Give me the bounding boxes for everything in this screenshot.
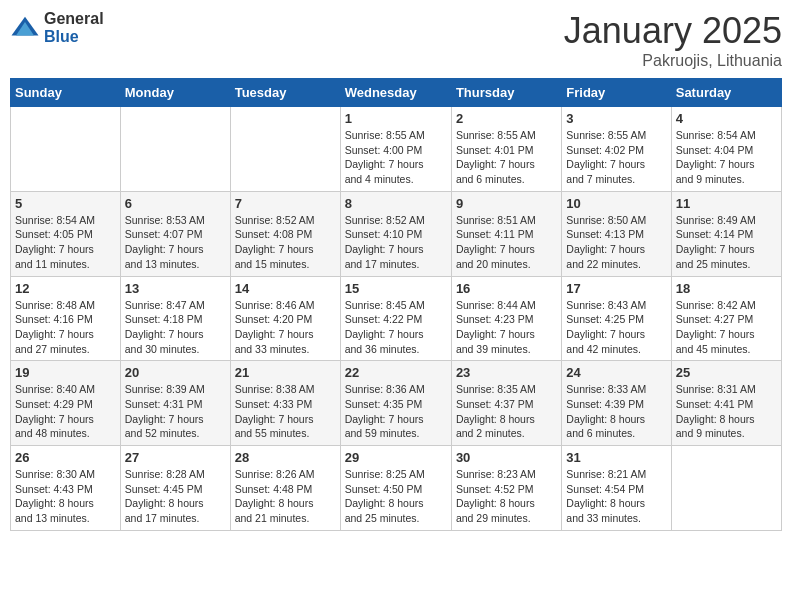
calendar-cell (671, 446, 781, 531)
week-row-2: 5Sunrise: 8:54 AM Sunset: 4:05 PM Daylig… (11, 191, 782, 276)
calendar-cell: 7Sunrise: 8:52 AM Sunset: 4:08 PM Daylig… (230, 191, 340, 276)
calendar-cell: 18Sunrise: 8:42 AM Sunset: 4:27 PM Dayli… (671, 276, 781, 361)
day-info: Sunrise: 8:48 AM Sunset: 4:16 PM Dayligh… (15, 298, 116, 357)
calendar-cell: 21Sunrise: 8:38 AM Sunset: 4:33 PM Dayli… (230, 361, 340, 446)
day-number: 2 (456, 111, 557, 126)
day-header-monday: Monday (120, 79, 230, 107)
day-header-thursday: Thursday (451, 79, 561, 107)
day-info: Sunrise: 8:52 AM Sunset: 4:08 PM Dayligh… (235, 213, 336, 272)
day-number: 25 (676, 365, 777, 380)
day-number: 26 (15, 450, 116, 465)
week-row-5: 26Sunrise: 8:30 AM Sunset: 4:43 PM Dayli… (11, 446, 782, 531)
calendar-cell (11, 107, 121, 192)
calendar-cell: 4Sunrise: 8:54 AM Sunset: 4:04 PM Daylig… (671, 107, 781, 192)
day-header-friday: Friday (562, 79, 671, 107)
day-number: 16 (456, 281, 557, 296)
location-subtitle: Pakruojis, Lithuania (564, 52, 782, 70)
day-number: 24 (566, 365, 666, 380)
day-number: 12 (15, 281, 116, 296)
day-info: Sunrise: 8:42 AM Sunset: 4:27 PM Dayligh… (676, 298, 777, 357)
day-info: Sunrise: 8:36 AM Sunset: 4:35 PM Dayligh… (345, 382, 447, 441)
calendar-cell: 17Sunrise: 8:43 AM Sunset: 4:25 PM Dayli… (562, 276, 671, 361)
page-header: General Blue January 2025 Pakruojis, Lit… (10, 10, 782, 70)
logo-blue-text: Blue (44, 28, 104, 46)
day-info: Sunrise: 8:38 AM Sunset: 4:33 PM Dayligh… (235, 382, 336, 441)
day-info: Sunrise: 8:54 AM Sunset: 4:04 PM Dayligh… (676, 128, 777, 187)
day-info: Sunrise: 8:46 AM Sunset: 4:20 PM Dayligh… (235, 298, 336, 357)
calendar-cell: 29Sunrise: 8:25 AM Sunset: 4:50 PM Dayli… (340, 446, 451, 531)
calendar-cell: 23Sunrise: 8:35 AM Sunset: 4:37 PM Dayli… (451, 361, 561, 446)
day-number: 28 (235, 450, 336, 465)
day-number: 21 (235, 365, 336, 380)
day-number: 14 (235, 281, 336, 296)
day-info: Sunrise: 8:43 AM Sunset: 4:25 PM Dayligh… (566, 298, 666, 357)
day-number: 30 (456, 450, 557, 465)
day-info: Sunrise: 8:55 AM Sunset: 4:01 PM Dayligh… (456, 128, 557, 187)
calendar-header-row: SundayMondayTuesdayWednesdayThursdayFrid… (11, 79, 782, 107)
calendar-cell: 30Sunrise: 8:23 AM Sunset: 4:52 PM Dayli… (451, 446, 561, 531)
day-info: Sunrise: 8:23 AM Sunset: 4:52 PM Dayligh… (456, 467, 557, 526)
logo-icon (10, 13, 40, 43)
day-info: Sunrise: 8:35 AM Sunset: 4:37 PM Dayligh… (456, 382, 557, 441)
day-info: Sunrise: 8:21 AM Sunset: 4:54 PM Dayligh… (566, 467, 666, 526)
calendar-cell: 13Sunrise: 8:47 AM Sunset: 4:18 PM Dayli… (120, 276, 230, 361)
day-info: Sunrise: 8:45 AM Sunset: 4:22 PM Dayligh… (345, 298, 447, 357)
day-info: Sunrise: 8:26 AM Sunset: 4:48 PM Dayligh… (235, 467, 336, 526)
calendar-cell: 24Sunrise: 8:33 AM Sunset: 4:39 PM Dayli… (562, 361, 671, 446)
calendar-cell: 11Sunrise: 8:49 AM Sunset: 4:14 PM Dayli… (671, 191, 781, 276)
day-header-saturday: Saturday (671, 79, 781, 107)
day-number: 1 (345, 111, 447, 126)
day-info: Sunrise: 8:55 AM Sunset: 4:02 PM Dayligh… (566, 128, 666, 187)
day-info: Sunrise: 8:30 AM Sunset: 4:43 PM Dayligh… (15, 467, 116, 526)
day-info: Sunrise: 8:51 AM Sunset: 4:11 PM Dayligh… (456, 213, 557, 272)
day-number: 23 (456, 365, 557, 380)
day-number: 4 (676, 111, 777, 126)
calendar-cell: 15Sunrise: 8:45 AM Sunset: 4:22 PM Dayli… (340, 276, 451, 361)
calendar-cell: 19Sunrise: 8:40 AM Sunset: 4:29 PM Dayli… (11, 361, 121, 446)
day-info: Sunrise: 8:55 AM Sunset: 4:00 PM Dayligh… (345, 128, 447, 187)
day-info: Sunrise: 8:39 AM Sunset: 4:31 PM Dayligh… (125, 382, 226, 441)
day-number: 15 (345, 281, 447, 296)
logo-general-text: General (44, 10, 104, 28)
calendar-cell: 28Sunrise: 8:26 AM Sunset: 4:48 PM Dayli… (230, 446, 340, 531)
day-number: 6 (125, 196, 226, 211)
calendar-cell: 22Sunrise: 8:36 AM Sunset: 4:35 PM Dayli… (340, 361, 451, 446)
day-header-wednesday: Wednesday (340, 79, 451, 107)
day-number: 9 (456, 196, 557, 211)
calendar-cell: 31Sunrise: 8:21 AM Sunset: 4:54 PM Dayli… (562, 446, 671, 531)
calendar-cell (230, 107, 340, 192)
calendar-cell: 14Sunrise: 8:46 AM Sunset: 4:20 PM Dayli… (230, 276, 340, 361)
day-info: Sunrise: 8:31 AM Sunset: 4:41 PM Dayligh… (676, 382, 777, 441)
calendar-cell: 1Sunrise: 8:55 AM Sunset: 4:00 PM Daylig… (340, 107, 451, 192)
week-row-4: 19Sunrise: 8:40 AM Sunset: 4:29 PM Dayli… (11, 361, 782, 446)
day-number: 19 (15, 365, 116, 380)
calendar-cell: 27Sunrise: 8:28 AM Sunset: 4:45 PM Dayli… (120, 446, 230, 531)
day-info: Sunrise: 8:40 AM Sunset: 4:29 PM Dayligh… (15, 382, 116, 441)
day-info: Sunrise: 8:44 AM Sunset: 4:23 PM Dayligh… (456, 298, 557, 357)
day-number: 8 (345, 196, 447, 211)
calendar-cell: 12Sunrise: 8:48 AM Sunset: 4:16 PM Dayli… (11, 276, 121, 361)
month-title: January 2025 (564, 10, 782, 52)
logo: General Blue (10, 10, 104, 45)
day-number: 17 (566, 281, 666, 296)
calendar-cell: 8Sunrise: 8:52 AM Sunset: 4:10 PM Daylig… (340, 191, 451, 276)
day-info: Sunrise: 8:28 AM Sunset: 4:45 PM Dayligh… (125, 467, 226, 526)
day-info: Sunrise: 8:33 AM Sunset: 4:39 PM Dayligh… (566, 382, 666, 441)
day-number: 27 (125, 450, 226, 465)
logo-text: General Blue (44, 10, 104, 45)
day-number: 22 (345, 365, 447, 380)
calendar-cell: 5Sunrise: 8:54 AM Sunset: 4:05 PM Daylig… (11, 191, 121, 276)
calendar-cell: 10Sunrise: 8:50 AM Sunset: 4:13 PM Dayli… (562, 191, 671, 276)
calendar-cell: 16Sunrise: 8:44 AM Sunset: 4:23 PM Dayli… (451, 276, 561, 361)
day-info: Sunrise: 8:52 AM Sunset: 4:10 PM Dayligh… (345, 213, 447, 272)
week-row-3: 12Sunrise: 8:48 AM Sunset: 4:16 PM Dayli… (11, 276, 782, 361)
calendar-table: SundayMondayTuesdayWednesdayThursdayFrid… (10, 78, 782, 531)
day-info: Sunrise: 8:54 AM Sunset: 4:05 PM Dayligh… (15, 213, 116, 272)
day-info: Sunrise: 8:25 AM Sunset: 4:50 PM Dayligh… (345, 467, 447, 526)
calendar-cell: 6Sunrise: 8:53 AM Sunset: 4:07 PM Daylig… (120, 191, 230, 276)
calendar-cell: 26Sunrise: 8:30 AM Sunset: 4:43 PM Dayli… (11, 446, 121, 531)
calendar-cell (120, 107, 230, 192)
day-header-tuesday: Tuesday (230, 79, 340, 107)
day-number: 11 (676, 196, 777, 211)
day-info: Sunrise: 8:47 AM Sunset: 4:18 PM Dayligh… (125, 298, 226, 357)
